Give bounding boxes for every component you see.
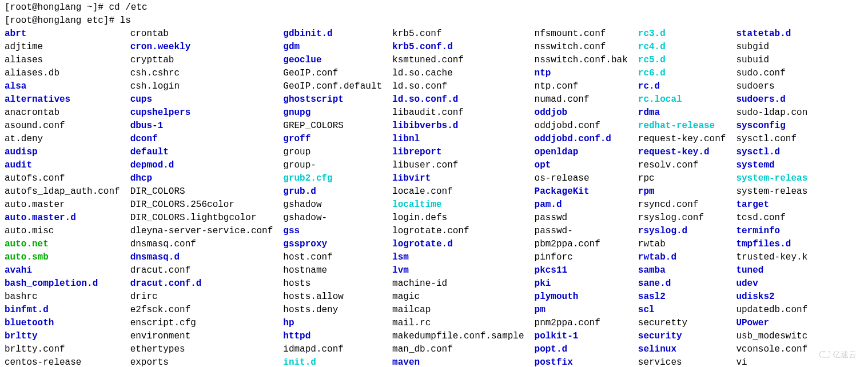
ls-entry: libaudit.conf <box>392 106 524 119</box>
ls-entry: terminfo <box>736 225 807 238</box>
ls-entry: libuser.conf <box>392 159 524 172</box>
ls-entry: crontab <box>130 27 273 41</box>
ls-entry: auto.master.d <box>5 212 120 225</box>
ls-entry: geoclue <box>283 54 382 67</box>
ls-entry: PackageKit <box>535 185 628 198</box>
ls-entry: enscript.cfg <box>130 317 273 330</box>
ls-entry: group- <box>283 159 382 172</box>
ls-entry: opt <box>535 159 628 172</box>
ls-entry: GeoIP.conf <box>283 67 382 80</box>
ls-entry: ld.so.conf <box>392 80 524 93</box>
ls-entry: ntp.conf <box>535 80 628 93</box>
ls-entry: hp <box>283 317 382 330</box>
ls-entry: brltty <box>5 330 120 343</box>
ls-entry: oddjobd.conf <box>535 119 628 133</box>
ls-entry: dbus-1 <box>130 119 273 133</box>
ls-entry: gdm <box>283 41 382 54</box>
ls-entry: samba <box>638 264 726 277</box>
ls-entry: ethertypes <box>130 343 273 356</box>
ls-entry: hosts <box>283 277 382 290</box>
ls-entry: lsm <box>392 251 524 264</box>
ls-entry: gshadow- <box>283 212 382 225</box>
ls-entry: dhcp <box>130 172 273 185</box>
ls-entry: services <box>638 356 726 367</box>
ls-entry: at.deny <box>5 133 120 146</box>
ls-output: abrtadjtimealiasesaliases.dbalsaalternat… <box>5 27 863 367</box>
ls-entry: rc4.d <box>638 41 726 54</box>
ls-entry: DIR_COLORS.256color <box>130 198 273 212</box>
ls-entry: grub2.cfg <box>283 172 382 185</box>
ls-entry: passwd- <box>535 225 628 238</box>
ls-entry: adjtime <box>5 41 120 54</box>
ls-column: nfsmount.confnsswitch.confnsswitch.conf.… <box>535 27 628 367</box>
ls-entry: lvm <box>392 264 524 277</box>
ls-entry: dconf <box>130 133 273 146</box>
ls-entry: udisks2 <box>736 290 807 304</box>
ls-entry: sysctl.d <box>736 146 807 159</box>
ls-entry: hostname <box>283 264 382 277</box>
ls-entry: csh.login <box>130 80 273 93</box>
ls-entry: ld.so.cache <box>392 67 524 80</box>
ls-entry: auto.smb <box>5 251 120 264</box>
ls-entry: localtime <box>392 198 524 212</box>
ls-entry: csh.cshrc <box>130 67 273 80</box>
ls-entry: gssproxy <box>283 238 382 251</box>
ls-entry: target <box>736 198 807 212</box>
ls-entry: rc.local <box>638 93 726 106</box>
ls-entry: autofs_ldap_auth.conf <box>5 185 120 198</box>
ls-entry: systemd <box>736 159 807 172</box>
ls-entry: sysctl.conf <box>736 133 807 146</box>
terminal[interactable]: [root@honglang ~]# cd /etc [root@honglan… <box>0 0 868 367</box>
ls-entry: init.d <box>283 356 382 367</box>
ls-entry: audisp <box>5 146 120 159</box>
ls-entry: libibverbs.d <box>392 119 524 133</box>
ls-entry: auto.misc <box>5 225 120 238</box>
ls-entry: depmod.d <box>130 159 273 172</box>
ls-entry: updatedb.conf <box>736 304 807 317</box>
ls-entry: rdma <box>638 106 726 119</box>
ls-entry: os-release <box>535 172 628 185</box>
ls-entry: auto.net <box>5 238 120 251</box>
ls-entry: dracut.conf <box>130 264 273 277</box>
ls-entry: bluetooth <box>5 317 120 330</box>
ls-entry: binfmt.d <box>5 304 120 317</box>
ls-entry: plymouth <box>535 290 628 304</box>
ls-entry: man_db.conf <box>392 343 524 356</box>
ls-entry: GREP_COLORS <box>283 119 382 133</box>
ls-entry: locale.conf <box>392 185 524 198</box>
ls-column: rc3.drc4.drc5.drc6.drc.drc.localrdmaredh… <box>638 27 726 367</box>
ls-entry: tmpfiles.d <box>736 238 807 251</box>
ls-entry: sudo.conf <box>736 67 807 80</box>
ls-entry: alternatives <box>5 93 120 106</box>
ls-entry: oddjob <box>535 106 628 119</box>
ls-entry: audit <box>5 159 120 172</box>
ls-entry: pbm2ppa.conf <box>535 238 628 251</box>
ls-entry: ld.so.conf.d <box>392 93 524 106</box>
ls-entry: environment <box>130 330 273 343</box>
ls-entry: aliases.db <box>5 67 120 80</box>
ls-entry: cupshelpers <box>130 106 273 119</box>
ls-entry: autofs.conf <box>5 172 120 185</box>
ls-entry: sudo-ldap.con <box>736 106 807 119</box>
prompt-line-2: [root@honglang etc]# ls <box>5 14 863 27</box>
ls-entry: machine-id <box>392 277 524 290</box>
ls-entry: cups <box>130 93 273 106</box>
ls-entry: dnsmasq.conf <box>130 238 273 251</box>
ls-entry: gshadow <box>283 198 382 212</box>
ls-entry: maven <box>392 356 524 367</box>
ls-entry: redhat-release <box>638 119 726 133</box>
ls-column: gdbinit.dgdmgeoclueGeoIP.confGeoIP.conf.… <box>283 27 382 367</box>
ls-entry: anacrontab <box>5 106 120 119</box>
ls-entry: sudoers <box>736 80 807 93</box>
ls-entry: scl <box>638 304 726 317</box>
ls-entry: pm <box>535 304 628 317</box>
ls-entry: tcsd.conf <box>736 212 807 225</box>
ls-entry: passwd <box>535 212 628 225</box>
ls-entry: dnsmasq.d <box>130 251 273 264</box>
ls-entry: security <box>638 330 726 343</box>
ls-entry: subgid <box>736 41 807 54</box>
ls-entry: rc6.d <box>638 67 726 80</box>
ls-entry: avahi <box>5 264 120 277</box>
ls-entry: brltty.conf <box>5 343 120 356</box>
ls-entry: vi <box>736 356 807 367</box>
